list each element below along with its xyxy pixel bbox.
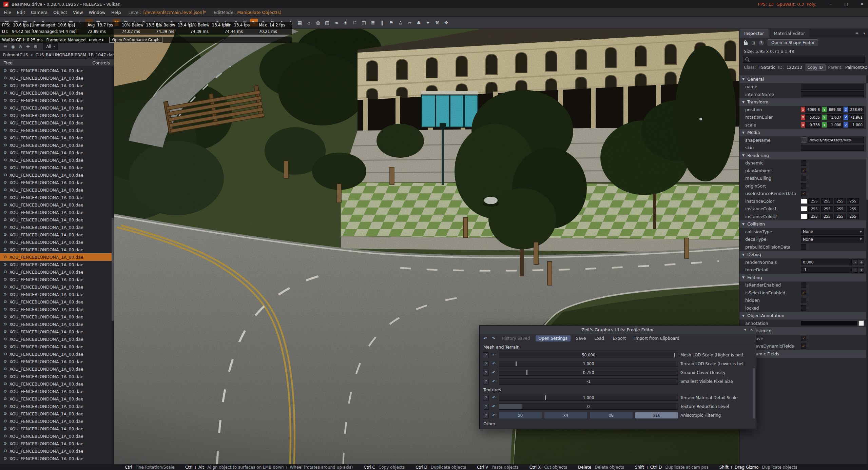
axis-x-field[interactable]: X5.035 (801, 115, 821, 120)
color-channel-value[interactable]: 255 (821, 198, 833, 204)
menu-item-view[interactable]: View (73, 10, 83, 15)
tree-visibility-icon[interactable]: ◉ (11, 44, 15, 49)
section-header-editing[interactable]: ▼Editing (739, 274, 868, 281)
tree-item[interactable]: ⚙XOU_FENCEBLONDONA_1A_00.dae (0, 97, 114, 104)
tree-item[interactable]: ⚙XOU_FENCEBLONDONA_1A_00.dae (0, 447, 114, 455)
inspector-scrollbar[interactable] (866, 75, 868, 464)
color-channel-value[interactable]: 255 (808, 206, 820, 212)
flag-outline-icon[interactable]: ⚐ (351, 19, 359, 26)
tree-item[interactable]: ⚙XOU_FENCEBLONDONA_1A_00.dae (0, 186, 114, 194)
dropdown[interactable]: None▼ (801, 229, 864, 235)
color-channel-value[interactable]: 255 (847, 214, 859, 219)
stepper-value[interactable]: 0.000 (801, 259, 852, 265)
slider-terrain-material-detail-scale[interactable]: 1.000 (499, 395, 678, 401)
anchor-icon[interactable]: ⚓ (342, 19, 349, 26)
aniso-option-x4[interactable]: x4 (544, 412, 587, 418)
tree-settings-icon[interactable]: ⚙ (34, 44, 38, 49)
color-swatch[interactable] (801, 214, 807, 219)
close-button[interactable]: ✕ (859, 2, 865, 6)
annotation-color[interactable] (859, 320, 864, 326)
tree-item[interactable]: ⚙XOU_FENCEBLONDONA_1A_00.dae (0, 141, 114, 149)
tree-item[interactable]: ⚙XOU_FENCEBLONDONA_1A_00.dae (0, 119, 114, 126)
text-input[interactable] (801, 91, 864, 97)
tree-item[interactable]: ⚙XOU_FENCEBLONDONA_1A_00.dae (0, 67, 114, 74)
tree-item[interactable]: ⚙XOU_FENCEBLONDONA_1A_00.dae (0, 164, 114, 171)
axis-z-field[interactable]: Z238.69 (844, 107, 864, 112)
help-button[interactable]: ? (483, 404, 489, 410)
tree-item[interactable]: ⚙XOU_FENCEBLONDONA_1A_00.dae (0, 156, 114, 164)
tree-item[interactable]: ⚙XOU_FENCEBLONDONA_1A_00.dae (0, 417, 114, 425)
slider-mesh-lod-scale-higher-is-bett[interactable]: 50.000 (499, 352, 678, 358)
section-header-dynamic-fields[interactable]: ▼Dynamic Fields (739, 350, 868, 358)
increment-button[interactable]: + (859, 267, 864, 273)
tree-menu-icon[interactable]: ☰ (3, 44, 7, 49)
menu-item-object[interactable]: Object (53, 10, 67, 15)
tree-item[interactable]: ⚙XOU_FENCEBLONDONA_1A_00.dae (0, 291, 114, 298)
slider-handle[interactable] (545, 395, 546, 400)
section-header-objectannotation[interactable]: ▼ObjectAnnotation (739, 312, 868, 320)
aniso-option-x0[interactable]: x0 (499, 412, 542, 418)
building-icon[interactable]: ▦ (296, 19, 304, 26)
tab-inspector[interactable]: Inspector (739, 29, 769, 38)
decrement-button[interactable]: - (853, 267, 858, 273)
axis-z-field[interactable]: Z71.961 (844, 115, 864, 120)
tree-item[interactable]: ⚙XOU_FENCEBLONDONA_1A_00.dae (0, 276, 114, 283)
inspector-search-input[interactable] (743, 56, 865, 63)
menu-item-help[interactable]: Help (111, 10, 121, 15)
slider-terrain-lod-scale-lower-is-bet[interactable]: 1.000 (499, 361, 678, 367)
help-button[interactable]: ? (483, 361, 489, 367)
tree-item[interactable]: ⚙XOU_FENCEBLONDONA_1A_00.dae (0, 261, 114, 268)
color-channel-value[interactable]: 255 (808, 214, 820, 219)
text-input[interactable] (801, 145, 864, 151)
section-header-transform[interactable]: ▼Transform (739, 98, 868, 106)
help-button[interactable]: ? (483, 370, 489, 376)
color-channel-value[interactable]: 255 (834, 206, 846, 212)
help-button[interactable]: ? (483, 413, 489, 418)
axis-z-field[interactable]: Z1.000 (844, 122, 864, 128)
color-channel-value[interactable]: 255 (847, 206, 859, 212)
modules-icon[interactable]: ❖ (442, 19, 450, 26)
tree-item[interactable]: ⚙XOU_FENCEBLONDONA_1A_00.dae (0, 209, 114, 216)
tree-item[interactable]: ⚙XOU_FENCEBLONDONA_1A_00.dae (0, 268, 114, 276)
dialog-button-export[interactable]: Export (610, 335, 629, 341)
tree-item[interactable]: ⚙XOU_FENCEBLONDONA_1A_00.dae (0, 179, 114, 186)
checkbox[interactable] (801, 176, 806, 181)
minimize-button[interactable]: – (828, 2, 833, 6)
tree-item[interactable]: ⚙XOU_FENCEBLONDONA_1A_00.dae (0, 335, 114, 343)
help-button[interactable]: ? (483, 379, 489, 385)
slider-texture-reduction-level[interactable]: 0 (499, 404, 678, 410)
menu-item-edit[interactable]: Edit (17, 10, 25, 15)
dialog-collapse-icon[interactable]: ▾ (745, 328, 746, 332)
tree-item[interactable]: ⚙XOU_FENCEBLONDONA_1A_00.dae (0, 216, 114, 223)
tree-item[interactable]: ⚙XOU_FENCEBLONDONA_1A_00.dae (0, 231, 114, 238)
color-swatch[interactable] (801, 199, 807, 204)
tree-item[interactable]: ⚙XOU_FENCEBLONDONA_1A_00.dae (0, 134, 114, 141)
breadcrumb-root[interactable]: PalmontCUS (3, 53, 28, 57)
dialog-close-icon[interactable]: ✕ (750, 328, 753, 332)
reset-icon[interactable]: ↶ (491, 353, 497, 357)
slider-handle[interactable] (674, 353, 675, 357)
axis-x-field[interactable]: X0.738 (801, 122, 821, 128)
tree-item[interactable]: ⚙XOU_FENCEBLONDONA_1A_00.dae (0, 395, 114, 403)
axis-y-field[interactable]: Y889.30 (822, 107, 843, 112)
section-header-debug[interactable]: ▼Debug (739, 251, 868, 259)
tree-item[interactable]: ⚙XOU_FENCEBLONDONA_1A_00.dae (0, 328, 114, 335)
section-header-persistence[interactable]: ▼Persistence (739, 327, 868, 335)
menu-item-file[interactable]: File (4, 10, 11, 15)
tree-item[interactable]: ⚙XOU_FENCEBLONDONA_1A_00.dae (0, 238, 114, 246)
portal-icon[interactable]: ◫ (360, 19, 368, 26)
checkbox[interactable] (801, 244, 806, 250)
forest-icon[interactable]: ♣ (415, 19, 423, 26)
axis-y-field[interactable]: Y-1.637 (822, 115, 843, 120)
open-performance-graph-button[interactable]: Open Performance Graph (109, 37, 163, 43)
inspector-collapse-icon[interactable]: ▾ (861, 29, 868, 38)
tree-item[interactable]: ⚙XOU_FENCEBLONDONA_1A_00.dae (0, 320, 114, 328)
axis-x-field[interactable]: X6069.8 (801, 107, 821, 112)
section-header-general[interactable]: ▼General (739, 75, 868, 83)
tree-item[interactable]: ⚙XOU_FENCEBLONDONA_1A_00.dae (0, 343, 114, 350)
tree-item[interactable]: ⚙XOU_FENCEBLONDONA_1A_00.dae (0, 455, 114, 462)
tree-item[interactable]: ⚙XOU_FENCEBLONDONA_1A_00.dae (0, 223, 114, 231)
dialog-redo-icon[interactable]: ↷ (490, 336, 496, 341)
tree-item[interactable]: ⚙XOU_FENCEBLONDONA_1A_00.dae (0, 112, 114, 119)
tree-item[interactable]: ⚙XOU_FENCEBLONDONA_1A_00.dae (0, 410, 114, 417)
